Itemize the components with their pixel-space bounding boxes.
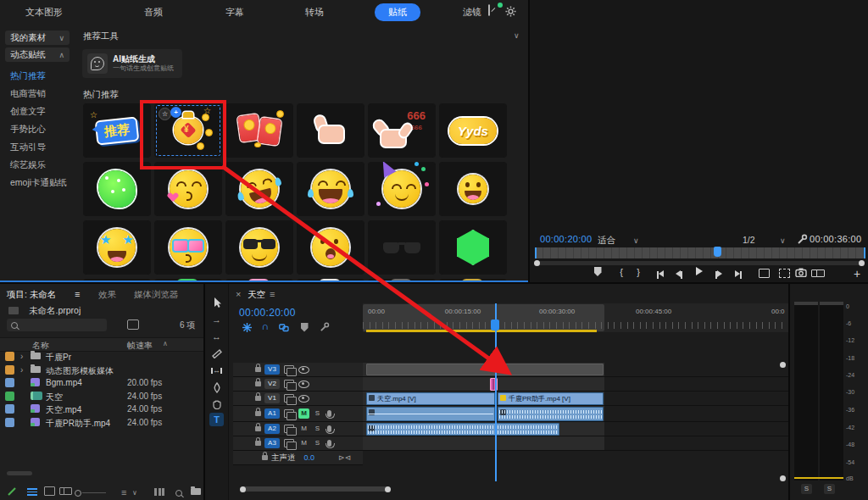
comparison-view-icon[interactable] (811, 269, 825, 279)
sidebar-item-creative-text[interactable]: 创意文字 (10, 106, 46, 118)
go-to-in-icon[interactable] (654, 269, 667, 279)
track-select-tool-icon[interactable]: → (209, 313, 224, 326)
sticker-party-face[interactable] (368, 162, 436, 216)
tab-transitions[interactable]: 转场 (305, 6, 324, 19)
table-row[interactable]: 天空 24.00 fps (0, 390, 203, 403)
clip-a1-sky-audio[interactable] (366, 407, 495, 421)
tab-stickers[interactable]: 贴纸 (375, 3, 420, 21)
voiceover-mic-icon[interactable] (327, 425, 331, 432)
tab-filters[interactable]: 滤镜 (463, 6, 481, 19)
track-badge-a1[interactable]: A1 (264, 408, 280, 419)
project-hscrollbar[interactable] (7, 471, 32, 475)
collapse-chevron-icon[interactable]: ∨ (514, 31, 520, 40)
add-marker-icon[interactable] (591, 267, 604, 278)
hscroll-handle-right[interactable] (385, 486, 391, 492)
icon-view-icon[interactable] (44, 486, 55, 497)
sidebar-item-gesture[interactable]: 手势比心 (10, 124, 46, 136)
new-bin-icon[interactable] (191, 486, 201, 497)
lock-icon[interactable] (255, 367, 261, 372)
sticker-green-blob[interactable] (83, 162, 151, 216)
clip-v1-sky[interactable]: 天空.mp4 [V] (366, 392, 495, 405)
sidebar-item-variety[interactable]: 综艺娱乐 (10, 159, 46, 171)
sticker-money-bag[interactable]: ☆ + ¥ ☆ (154, 103, 222, 158)
sidebar-item-interaction[interactable]: 互动引导 (10, 142, 46, 153)
track-v2-content[interactable] (363, 377, 788, 392)
tab-project[interactable]: 项目: 未命名 (7, 289, 56, 301)
my-assets-dropdown[interactable]: 我的素材 ∨ (5, 31, 70, 45)
solo-left-button[interactable]: S (801, 484, 812, 494)
sidebar-item-emoji[interactable]: emoji卡通贴纸 (10, 177, 67, 189)
sync-lock-icon[interactable] (284, 409, 294, 418)
mark-out-icon[interactable]: } (632, 267, 645, 277)
zoom-slider-handle[interactable] (75, 490, 81, 497)
add-sticker-button[interactable]: + (170, 107, 181, 118)
search-input[interactable] (7, 319, 107, 331)
monitor-playhead[interactable] (714, 247, 721, 257)
monitor-scrubber[interactable] (535, 247, 865, 258)
sticker-gray-shades[interactable] (368, 220, 436, 275)
solo-button[interactable]: S (312, 438, 323, 448)
find-icon[interactable] (175, 488, 182, 498)
table-row[interactable]: 天空.mp4 24.00 fps (0, 403, 203, 415)
sticker-starstruck-face[interactable]: ★★ (83, 220, 151, 275)
track-badge-a2[interactable]: A2 (264, 424, 280, 434)
clip-a2-bgm-audio[interactable] (366, 423, 559, 436)
hscroll-handle-left[interactable] (240, 486, 246, 492)
solo-button[interactable]: S (312, 408, 323, 419)
lock-icon[interactable] (255, 381, 261, 386)
automate-sequence-icon[interactable] (154, 487, 164, 497)
sticker-rofl-face[interactable] (225, 162, 293, 216)
disclosure-icon[interactable]: › (20, 352, 23, 361)
sort-icon[interactable]: ≡ (121, 487, 126, 497)
track-header-a3[interactable]: A3 M S (233, 436, 363, 451)
sticker-pink-shades-face[interactable] (154, 220, 222, 275)
sticker-partial-3[interactable] (225, 279, 293, 281)
monitor-zoom-bar[interactable] (537, 261, 862, 265)
tab-audio[interactable]: 音频 (144, 6, 163, 19)
button-editor-plus-icon[interactable]: + (850, 267, 864, 281)
sticker-kiss-face[interactable] (154, 162, 222, 216)
sticker-thumbs-up[interactable] (297, 103, 364, 158)
sticker-666[interactable]: 666 666 (368, 103, 436, 158)
solo-button[interactable]: S (312, 424, 323, 434)
tab-effects[interactable]: 效果 (98, 289, 116, 301)
master-gain-value[interactable]: 0.0 (304, 453, 315, 462)
disclosure-icon[interactable]: › (20, 365, 23, 375)
play-button[interactable] (693, 267, 706, 277)
gear-icon[interactable] (505, 6, 517, 18)
track-output-eye-icon[interactable] (298, 366, 309, 374)
track-output-eye-icon[interactable] (298, 381, 309, 388)
sync-lock-icon[interactable] (284, 425, 294, 433)
pen-tool-icon[interactable] (209, 381, 224, 394)
sidebar-item-ecommerce[interactable]: 电商营销 (10, 88, 46, 100)
timeline-settings-wrench-icon[interactable] (319, 321, 331, 333)
step-forward-icon[interactable] (712, 269, 726, 279)
mark-in-icon[interactable]: { (615, 267, 628, 277)
zoom-slider-track[interactable] (82, 492, 106, 493)
lock-icon[interactable] (262, 455, 268, 460)
zoom-handle-right[interactable] (859, 260, 865, 266)
timeline-timecode[interactable]: 00:00:20:00 (239, 307, 296, 319)
timeline-tab-title[interactable]: 天空 (248, 289, 265, 301)
sync-lock-icon[interactable] (284, 365, 294, 374)
sticker-tuijian[interactable]: 推荐 ☆ (83, 103, 151, 158)
filter-bin-icon[interactable] (127, 319, 139, 330)
track-header-v2[interactable]: V2 (233, 377, 363, 392)
mute-button[interactable]: M (298, 408, 309, 419)
sticker-cool-face[interactable] (225, 220, 293, 275)
sticker-yyds[interactable]: Yyds (439, 103, 507, 158)
track-a3-content[interactable] (363, 436, 788, 451)
template-panel-icon[interactable] (488, 5, 500, 17)
monitor-settings-wrench-icon[interactable] (797, 234, 808, 247)
project-file-name[interactable]: 未命名.prproj (29, 305, 81, 317)
tab-text-graphics[interactable]: 文本图形 (25, 6, 63, 19)
sticker-partial-6[interactable] (439, 279, 507, 281)
clip-v2-sticker-pink[interactable] (490, 378, 498, 391)
clip-v3-gray[interactable] (366, 364, 604, 375)
table-row[interactable]: Bgm.mp4 20.00 fps (0, 376, 203, 389)
sticker-partial-4[interactable] (297, 279, 364, 281)
extract-icon[interactable] (777, 269, 791, 280)
mute-button[interactable]: M (298, 438, 309, 448)
solo-right-button[interactable]: S (824, 484, 835, 494)
lift-icon[interactable] (757, 269, 771, 280)
